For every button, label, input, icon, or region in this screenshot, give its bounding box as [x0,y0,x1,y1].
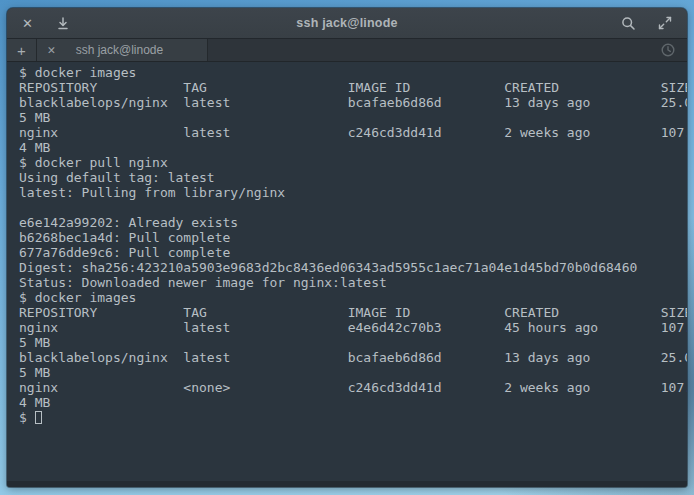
tab-close-icon[interactable]: ✕ [47,44,56,56]
titlebar: ✕ ssh jack@linode [7,8,687,39]
tabbar-filler [208,39,687,61]
plus-icon: + [17,43,26,58]
download-icon[interactable] [56,16,70,30]
terminal-text: $ docker images REPOSITORY TAG IMAGE ID … [19,65,687,410]
window-bottom-edge [7,481,687,487]
search-icon[interactable] [621,16,636,31]
prompt-text: $ [19,410,35,425]
window-title: ssh jack@linode [7,16,687,30]
tabbar: + ✕ ssh jack@linode [7,39,687,62]
desktop: { "window": { "title": "ssh jack@linode"… [0,0,694,495]
terminal[interactable]: $ docker images REPOSITORY TAG IMAGE ID … [7,62,687,481]
terminal-cursor [35,411,42,424]
history-icon[interactable] [660,42,676,58]
terminal-window: ✕ ssh jack@linode + [7,8,687,487]
tab-label: ssh jack@linode [56,43,197,57]
tab-ssh-session[interactable]: ✕ ssh jack@linode [37,39,208,61]
close-icon[interactable]: ✕ [22,17,33,30]
expand-icon[interactable] [658,16,672,30]
new-tab-button[interactable]: + [7,39,37,61]
titlebar-left-icons: ✕ [22,16,70,30]
terminal-output: $ docker images REPOSITORY TAG IMAGE ID … [19,65,687,425]
titlebar-right-icons [621,16,672,31]
